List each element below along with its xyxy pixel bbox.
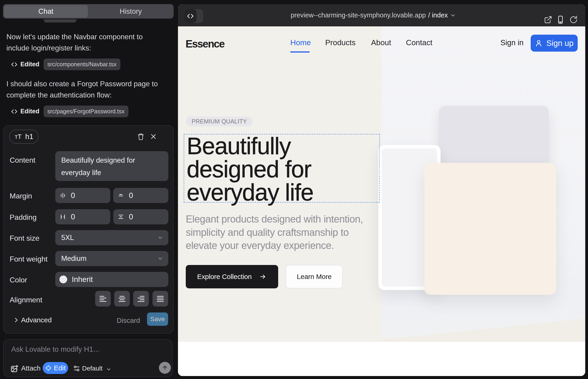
svg-text:T: T <box>15 134 18 140</box>
svg-text:T: T <box>18 133 22 140</box>
